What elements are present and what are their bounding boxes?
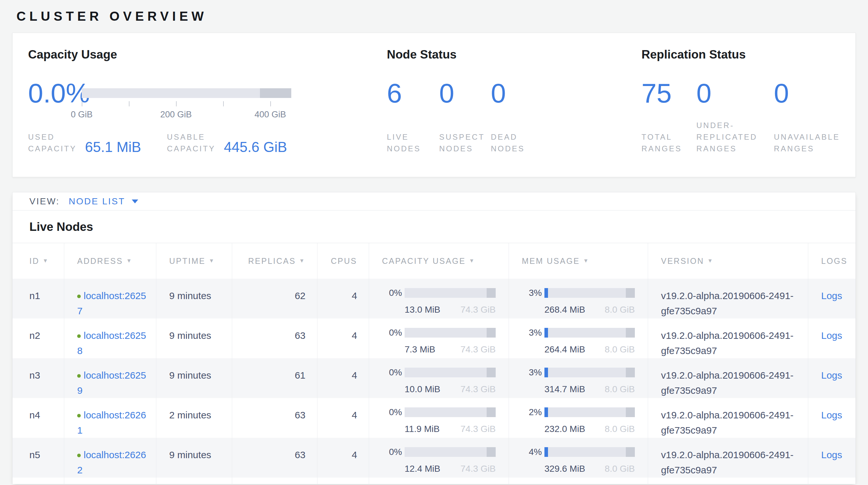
summary-stat: 0UNDER-REPLICATEDRANGES xyxy=(696,80,774,154)
capacity-meter-used-value: 10.0 MiB xyxy=(405,382,440,396)
stat-label: TOTALRANGES xyxy=(641,131,696,154)
logs-link[interactable]: Logs xyxy=(821,410,842,420)
stat-label: LIVENODES xyxy=(387,131,439,154)
node-cpus-cell: 4 xyxy=(317,398,369,438)
node-status-section: Node Status 6LIVENODES0SUSPECTNODES0DEAD… xyxy=(387,48,641,177)
node-cpus-cell: 4 xyxy=(317,358,369,398)
capacity-meter: 0%10.0 MiB74.3 GiB xyxy=(369,358,509,398)
live-status-dot xyxy=(77,374,81,378)
capacity-meter-reserved-segment xyxy=(487,368,496,377)
memory-meter-percent: 3% xyxy=(523,286,542,300)
column-header-capacity-usage[interactable]: CAPACITY USAGE▼ xyxy=(369,243,509,279)
memory-meter-percent: 4% xyxy=(523,445,542,459)
stat-value: 0 xyxy=(696,80,774,107)
partial-row-cell xyxy=(317,478,369,484)
axis-tick xyxy=(82,101,82,106)
capacity-meter-track xyxy=(405,407,496,417)
memory-meter: 3%268.4 MiB8.0 GiB xyxy=(509,279,648,318)
capacity-meter-total-value: 74.3 GiB xyxy=(461,462,496,476)
column-header-id[interactable]: ID▼ xyxy=(12,243,64,279)
capacity-meter-used-value: 13.0 MiB xyxy=(405,303,440,317)
partial-row-cell xyxy=(369,478,509,484)
memory-meter-used-fill xyxy=(545,447,548,457)
capacity-bar: 0 GiB200 GiB400 GiB xyxy=(82,88,291,98)
live-nodes-table-header: ID▼ADDRESS▼UPTIME▼REPLICAS▼CPUSCAPACITY … xyxy=(12,243,856,279)
node-list-panel: VIEW: NODE LIST Live Nodes ID▼ADDRESS▼UP… xyxy=(12,192,856,484)
node-row: n5localhost:262629 minutes6340%12.4 MiB7… xyxy=(12,438,856,478)
column-header-address[interactable]: ADDRESS▼ xyxy=(64,243,156,279)
capacity-meter: 0%11.9 MiB74.3 GiB xyxy=(369,398,509,438)
address-link[interactable]: localhost:26262 xyxy=(77,450,146,475)
node-row: n2localhost:262589 minutes6340%7.3 MiB74… xyxy=(12,318,856,358)
capacity-detail-label: USEDCAPACITY xyxy=(28,131,76,154)
axis-tick-label: 0 GiB xyxy=(71,110,93,120)
stat-label: UNDER-REPLICATEDRANGES xyxy=(696,120,774,154)
column-header-replicas[interactable]: REPLICAS▼ xyxy=(232,243,317,279)
column-header-version[interactable]: VERSION▼ xyxy=(648,243,808,279)
column-header-uptime[interactable]: UPTIME▼ xyxy=(156,243,232,279)
node-version-cell: v19.2.0-alpha.20190606-2491-gfe735c9a97 xyxy=(648,438,808,478)
capacity-meter-reserved-segment xyxy=(487,407,496,417)
capacity-bar-reserved-segment xyxy=(260,88,291,98)
memory-meter-total-value: 8.0 GiB xyxy=(605,303,635,317)
partial-row-cell xyxy=(232,478,317,484)
partial-row-cell xyxy=(64,478,156,484)
summary-stat: 0SUSPECTNODES xyxy=(439,80,491,154)
node-logs-cell: Logs xyxy=(808,398,856,438)
sort-arrow-icon: ▼ xyxy=(469,258,475,264)
stat-value: 0 xyxy=(491,80,525,107)
axis-tick xyxy=(270,101,271,106)
memory-meter-track xyxy=(545,288,635,298)
capacity-detail-value: 445.6 GiB xyxy=(224,140,287,154)
capacity-meter-total-value: 74.3 GiB xyxy=(461,342,496,356)
node-version-cell: v19.2.0-alpha.20190606-2491-gfe735c9a97 xyxy=(648,279,808,318)
sort-arrow-icon: ▼ xyxy=(126,258,133,264)
column-header-mem-usage[interactable]: MEM USAGE▼ xyxy=(509,243,648,279)
capacity-detail-label: USABLECAPACITY xyxy=(167,131,215,154)
capacity-usage-title: Capacity Usage xyxy=(28,48,387,61)
partial-row-cell xyxy=(509,478,648,484)
memory-meter-percent: 3% xyxy=(523,365,542,379)
live-status-dot xyxy=(77,414,81,418)
axis-tick xyxy=(176,101,177,106)
memory-meter-reserved-segment xyxy=(626,407,635,417)
memory-meter-track xyxy=(545,447,635,457)
memory-meter-caption: 264.4 MiB8.0 GiB xyxy=(545,342,635,356)
partial-row-cell xyxy=(808,478,856,484)
summary-stat: 75TOTALRANGES xyxy=(641,80,696,154)
node-uptime-cell: 9 minutes xyxy=(156,358,232,398)
partial-row-cell xyxy=(12,478,64,484)
capacity-meter-percent: 0% xyxy=(383,365,402,379)
live-nodes-title: Live Nodes xyxy=(29,220,856,234)
address-link[interactable]: localhost:26258 xyxy=(77,330,146,356)
logs-link[interactable]: Logs xyxy=(821,450,842,460)
logs-link[interactable]: Logs xyxy=(821,330,842,341)
capacity-meter-used-value: 12.4 MiB xyxy=(405,462,440,476)
node-cpus-cell: 4 xyxy=(317,438,369,478)
capacity-meter-track xyxy=(405,368,496,377)
capacity-meter-caption: 13.0 MiB74.3 GiB xyxy=(405,303,496,317)
view-selector-dropdown[interactable]: NODE LIST xyxy=(69,196,138,207)
address-link[interactable]: localhost:26261 xyxy=(77,410,146,435)
logs-link[interactable]: Logs xyxy=(821,290,842,301)
node-cpus-cell: 4 xyxy=(317,318,369,358)
capacity-meter-bar-row: 0% xyxy=(383,325,496,340)
capacity-meter: 0%7.3 MiB74.3 GiB xyxy=(369,318,509,358)
node-cpus-cell: 4 xyxy=(317,279,369,318)
address-link[interactable]: localhost:26259 xyxy=(77,370,146,396)
node-id-cell: n5 xyxy=(12,438,64,478)
chevron-down-icon xyxy=(132,199,138,203)
memory-meter-track xyxy=(545,407,635,417)
logs-link[interactable]: Logs xyxy=(821,370,842,380)
axis-tick-label: 400 GiB xyxy=(254,110,286,120)
node-address-cell: localhost:26257 xyxy=(64,279,156,318)
node-uptime-cell: 2 minutes xyxy=(156,398,232,438)
summary-stat: 0UNAVAILABLERANGES xyxy=(774,80,840,154)
memory-meter: 3%264.4 MiB8.0 GiB xyxy=(509,318,648,358)
partial-row xyxy=(12,478,856,484)
memory-meter-total-value: 8.0 GiB xyxy=(605,382,635,396)
memory-meter-used-value: 314.7 MiB xyxy=(545,382,585,396)
live-nodes-table-body: n1localhost:262579 minutes6240%13.0 MiB7… xyxy=(12,279,856,478)
address-link[interactable]: localhost:26257 xyxy=(77,290,146,316)
node-address-cell: localhost:26258 xyxy=(64,318,156,358)
